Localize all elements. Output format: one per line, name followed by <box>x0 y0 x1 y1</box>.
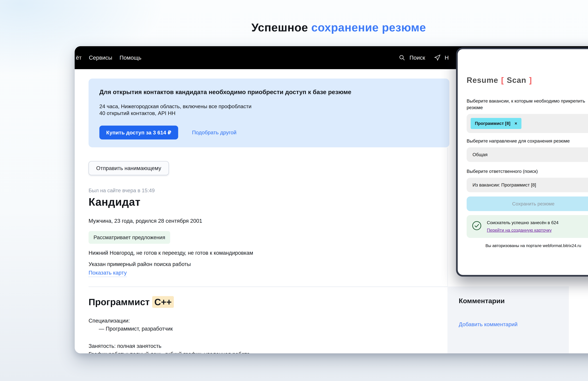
page-title-blue: сохранение резюме <box>311 21 426 34</box>
vacancy-tag-label: Программист [8] <box>475 121 510 126</box>
banner-line-2: 40 открытий контактов, API HH <box>99 110 439 117</box>
nav-item-help[interactable]: Помощь <box>120 54 141 61</box>
page-title: Успешное сохранение резюме <box>0 21 588 34</box>
banner-line-1: 24 часа, Нижегородская область, включены… <box>99 103 439 110</box>
vertical-divider <box>447 148 448 286</box>
candidate-name: Кандидат <box>88 196 141 208</box>
resumescan-popup: Resume [ Scan ] Выберите вакансии, к кот… <box>456 47 588 276</box>
nav-item-right-clipped[interactable]: Н <box>445 54 449 61</box>
last-seen-text: Был на сайте вчера в 15:49 <box>88 188 155 193</box>
candidate-location: Нижний Новгород, не готов к переезду, не… <box>88 250 253 256</box>
candidate-district-note: Указан примерный район поиска работы <box>88 261 191 267</box>
banner-actions: Купить доступ за 3 614 ₽ Подобрать друго… <box>99 126 439 139</box>
portal-auth-text: Вы авторизованы на портале webformat.bit… <box>467 243 588 248</box>
save-resume-button[interactable]: Сохранить резюме <box>467 196 588 211</box>
employment-line: Занятость: полная занятость <box>88 343 162 349</box>
add-comment-link[interactable]: Добавить комментарий <box>459 321 518 327</box>
comments-title: Комментарии <box>459 297 558 305</box>
pick-other-link[interactable]: Подобрать другой <box>192 129 236 136</box>
send-to-hirer-button[interactable]: Отправить нанимающему <box>88 161 169 175</box>
vacancy-tag[interactable]: Программист [8] × <box>471 118 522 129</box>
resumescan-logo: Resume [ Scan ] <box>467 76 532 85</box>
tag-close-icon[interactable]: × <box>515 121 517 126</box>
job-title: Программист C++ <box>88 297 174 307</box>
nav-item-search[interactable]: Поиск <box>409 54 425 61</box>
responsible-select[interactable]: Из вакансии: Программист [8] <box>467 178 588 192</box>
success-message-box: Соискатель успешно занесён в б24 Перейти… <box>467 215 588 238</box>
nav-item-services[interactable]: Сервисы <box>89 54 112 61</box>
resumescan-popup-body: Resume [ Scan ] Выберите вакансии, к кот… <box>458 49 588 275</box>
section-divider <box>88 286 447 287</box>
specializations-label: Специализации: <box>88 318 130 324</box>
banner-subtext: 24 часа, Нижегородская область, включены… <box>99 103 439 117</box>
nav-left-group: ёт Сервисы Помощь <box>75 54 141 61</box>
job-title-text: Программист <box>88 297 150 307</box>
banner-heading: Для открытия контактов кандидата необход… <box>99 88 439 95</box>
job-title-highlight: C++ <box>152 296 174 308</box>
logo-part-scan: Scan <box>507 76 526 85</box>
schedule-line: График работы: полный день, гибкий графи… <box>88 351 250 353</box>
nav-right-group: Поиск Н <box>399 46 449 69</box>
vacancy-label: Выберите вакансии, к которым необходимо … <box>467 98 588 111</box>
show-map-link[interactable]: Показать карту <box>88 270 127 277</box>
send-plane-icon[interactable] <box>434 54 441 61</box>
direction-label: Выберите направление для сохранения резю… <box>467 138 588 144</box>
candidate-summary: Мужчина, 23 года, родился 28 сентября 20… <box>88 218 202 224</box>
check-circle-icon <box>471 220 482 231</box>
comments-panel: Комментарии Добавить комментарий <box>447 286 569 353</box>
search-icon[interactable] <box>399 54 405 61</box>
responsible-label: Выберите ответственного (поиск) <box>467 168 588 175</box>
success-message: Соискатель успешно занесён в б24 Перейти… <box>487 220 559 233</box>
specialization-item: — Программист, разработчик <box>99 325 173 332</box>
buy-access-button[interactable]: Купить доступ за 3 614 ₽ <box>99 126 178 139</box>
popup-header: Resume [ Scan ] <box>467 76 588 85</box>
nav-item-clipped[interactable]: ёт <box>76 54 82 61</box>
success-text: Соискатель успешно занесён в б24 <box>487 220 559 225</box>
logo-part-resume: Resume <box>467 76 498 85</box>
logo-bracket-open: [ <box>501 76 504 85</box>
logo-bracket-close: ] <box>529 76 532 85</box>
page-title-black: Успешное <box>252 21 308 34</box>
vacancy-field[interactable]: Программист [8] × <box>467 114 588 133</box>
status-badge: Рассматривает предложения <box>88 231 170 244</box>
direction-select[interactable]: Общая <box>467 147 588 162</box>
open-created-card-link[interactable]: Перейти на созданную карточку <box>487 228 552 233</box>
access-banner: Для открытия контактов кандидата необход… <box>88 79 449 147</box>
